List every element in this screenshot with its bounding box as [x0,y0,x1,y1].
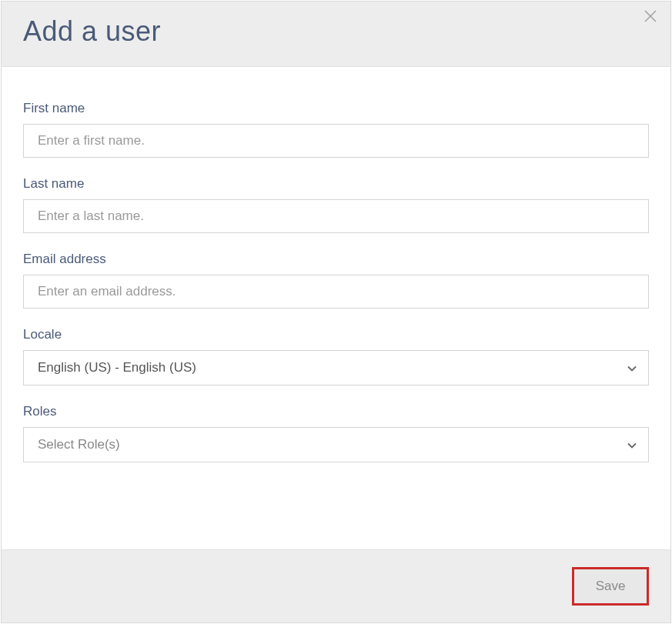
locale-select[interactable]: English (US) - English (US) [23,350,649,385]
roles-select[interactable]: Select Role(s) [23,427,649,462]
email-input[interactable] [23,275,649,309]
close-icon [644,9,657,25]
add-user-modal: Add a user First name Last name Email ad… [1,1,671,623]
first-name-group: First name [23,101,649,158]
modal-body: First name Last name Email address Local… [2,67,670,549]
first-name-input[interactable] [23,124,649,158]
roles-label: Roles [23,404,649,419]
chevron-down-icon [627,362,637,373]
roles-placeholder: Select Role(s) [38,437,120,452]
modal-title: Add a user [23,15,649,48]
last-name-label: Last name [23,176,649,192]
email-label: Email address [23,252,649,267]
locale-label: Locale [23,327,649,342]
last-name-input[interactable] [23,199,649,233]
email-group: Email address [23,252,649,309]
roles-group: Roles Select Role(s) [23,404,649,462]
last-name-group: Last name [23,176,649,233]
save-button[interactable]: Save [572,567,649,606]
modal-footer: Save [2,549,670,622]
modal-header: Add a user [2,2,670,67]
locale-selected-value: English (US) - English (US) [38,360,196,375]
locale-group: Locale English (US) - English (US) [23,327,649,385]
chevron-down-icon [627,439,637,450]
close-button[interactable] [641,8,660,26]
first-name-label: First name [23,101,649,116]
